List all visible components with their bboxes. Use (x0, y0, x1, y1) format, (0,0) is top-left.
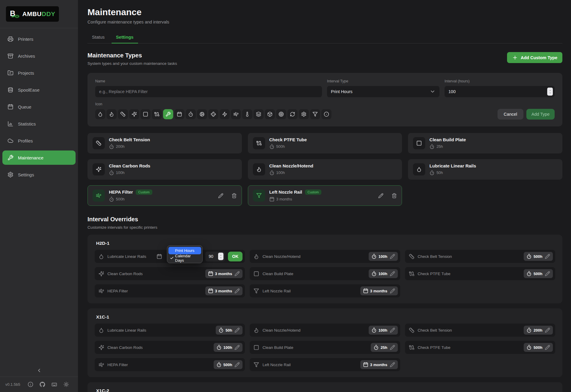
interval-pill-button[interactable]: 500h (524, 343, 553, 352)
interval-type-value: Print Hours (331, 89, 353, 94)
interval-hours-input[interactable] (445, 86, 555, 97)
flame-icon (254, 254, 259, 259)
icon-option-sparkles[interactable] (129, 109, 139, 119)
calendar-icon (269, 197, 275, 202)
interval-value: 100h (223, 345, 232, 350)
type-name: Left Nozzle Rail (269, 189, 302, 195)
interval-value: 500h (534, 272, 542, 276)
sidebar-item-printers[interactable]: Printers (2, 32, 76, 46)
icon-option-circle-dot[interactable] (321, 109, 331, 119)
sidebar-item-archives[interactable]: Archives (2, 49, 76, 63)
interval-pill-button[interactable]: 100h (214, 343, 243, 352)
cancel-button[interactable]: Cancel (498, 109, 523, 120)
override-row: Clean Carbon Rods 3 months (95, 267, 245, 280)
number-stepper[interactable] (547, 88, 553, 96)
sidebar-item-maintenance[interactable]: Maintenance (2, 150, 76, 165)
interval-pill-button[interactable]: 3 months (205, 286, 243, 295)
override-task-name: Clean Carbon Rods (107, 272, 143, 276)
icon-option-wind[interactable] (231, 109, 241, 119)
add-type-button[interactable]: Add Type (526, 109, 555, 120)
sun-icon[interactable] (63, 382, 69, 387)
timer-icon (216, 362, 222, 367)
add-custom-type-button[interactable]: Add Custom Type (507, 52, 562, 63)
sidebar-item-queue[interactable]: Queue (2, 100, 76, 114)
trash-icon (231, 193, 237, 198)
override-task-name: Check PTFE Tube (418, 345, 450, 350)
edit-type-button[interactable] (218, 193, 223, 198)
interval-pill-button[interactable]: 500h (524, 269, 553, 278)
interval-value: 500h (223, 363, 232, 367)
icon-option-ruler[interactable] (118, 109, 128, 119)
icon-option-layers[interactable] (254, 109, 264, 119)
sidebar-nav: Printers Archives Projects SpoolEase Que… (0, 28, 78, 185)
interval-pill-button[interactable]: 25h (371, 343, 398, 352)
type-name: Check Belt Tension (109, 137, 150, 142)
spool-icon (7, 87, 13, 93)
interval-pill-button[interactable]: 100h (369, 269, 398, 278)
icon-option-calendar[interactable] (174, 109, 184, 119)
icon-option-box[interactable] (265, 109, 275, 119)
override-row: Check Belt Tension 500h (405, 250, 555, 263)
edit-type-button[interactable] (378, 193, 384, 198)
sparkles-icon (93, 163, 105, 175)
interval-value: 3 months (215, 289, 232, 293)
name-input[interactable] (95, 86, 322, 97)
github-icon[interactable] (40, 382, 45, 387)
override-value-input[interactable]: 90 (205, 252, 225, 261)
delete-type-button[interactable] (392, 193, 397, 198)
sidebar-collapse-button[interactable] (0, 364, 78, 377)
cable-icon (253, 137, 265, 149)
icon-option-wrench-selected[interactable] (163, 109, 173, 119)
icon-option-flame[interactable] (107, 109, 117, 119)
interval-pill-button[interactable]: 500h (214, 360, 243, 369)
pencil-icon (234, 345, 240, 350)
sidebar-item-projects[interactable]: Projects (2, 66, 76, 80)
tab-status[interactable]: Status (87, 32, 109, 43)
wind-icon (93, 189, 105, 202)
name-label: Name (95, 79, 322, 83)
menu-option-print-hours[interactable]: Print Hours (168, 247, 201, 254)
interval-pill-button[interactable]: 200h (524, 326, 553, 335)
menu-option-calendar-days[interactable]: Calendar Days (168, 254, 201, 262)
interval-pill-button[interactable]: 500h (524, 252, 553, 261)
chart-icon (7, 121, 13, 127)
pencil-icon (545, 327, 550, 333)
keyboard-icon[interactable] (51, 382, 57, 387)
interval-pill-button[interactable]: 50h (216, 326, 243, 335)
interval-pill-button[interactable]: 3 months (205, 269, 243, 278)
app-logo[interactable]: B AMBUDDY (6, 6, 59, 22)
icon-option-droplet[interactable] (95, 109, 105, 119)
icon-option-cable[interactable] (152, 109, 162, 119)
interval-pill-button[interactable]: 100h (369, 252, 398, 261)
icon-option-disc[interactable] (276, 109, 286, 119)
ok-button[interactable]: OK (228, 252, 243, 261)
interval-value: 100h (378, 328, 387, 333)
icon-option-cog[interactable] (197, 109, 207, 119)
override-task-name: Clean Nozzle/Hotend (262, 328, 301, 333)
icon-option-gear[interactable] (299, 109, 309, 119)
timer-icon (109, 144, 114, 149)
icon-option-refresh[interactable] (287, 109, 298, 119)
interval-pill-button[interactable]: 3 months (360, 286, 398, 295)
sidebar-item-settings[interactable]: Settings (2, 167, 76, 182)
icon-option-square[interactable] (140, 109, 151, 119)
calendar-icon[interactable] (157, 254, 162, 259)
interval-pill-button[interactable]: 100h (369, 326, 398, 335)
sidebar-item-statistics[interactable]: Statistics (2, 117, 76, 131)
tab-settings[interactable]: Settings (112, 32, 138, 43)
sidebar-item-spoolease[interactable]: SpoolEase (2, 83, 76, 97)
interval-pill-button[interactable]: 3 months (360, 360, 398, 369)
timer-icon (109, 170, 114, 175)
info-icon[interactable] (28, 382, 33, 387)
delete-type-button[interactable] (231, 193, 237, 198)
number-stepper[interactable] (218, 253, 223, 260)
icon-option-timer[interactable] (186, 109, 196, 119)
sidebar-item-profiles[interactable]: Profiles (2, 134, 76, 148)
icon-option-fan[interactable] (208, 109, 218, 119)
override-row: Clean Carbon Rods 100h (95, 341, 245, 354)
interval-type-select[interactable]: Print Hours (327, 86, 439, 97)
icon-option-funnel[interactable] (310, 109, 320, 119)
flame-icon (254, 327, 259, 333)
icon-option-zap[interactable] (220, 109, 230, 119)
icon-option-thermometer[interactable] (242, 109, 252, 119)
